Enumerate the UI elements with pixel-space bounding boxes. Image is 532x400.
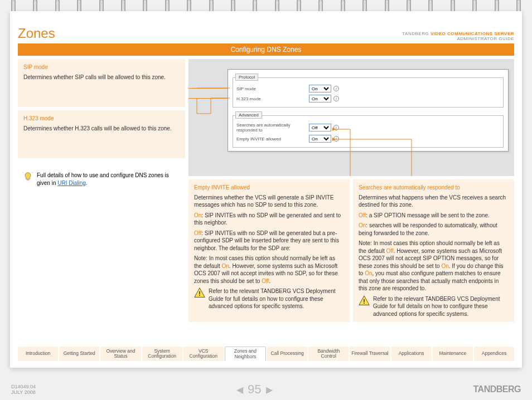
- tab-overview-and-status[interactable]: Overview and Status: [100, 347, 141, 361]
- page: Zones TANDBERG VIDEO COMMUNICATIONS SERV…: [10, 11, 522, 368]
- empty-invite-box: Empty INVITE allowed Determines whether …: [188, 179, 350, 322]
- section-title-bar: Configuring DNS Zones: [18, 43, 514, 56]
- lightbulb-icon: [22, 172, 33, 183]
- empty-invite-select[interactable]: On: [309, 135, 331, 143]
- page-number: 95: [248, 382, 261, 397]
- nav-tabs: IntroductionGetting StartedOverview and …: [18, 347, 514, 361]
- field-row-searches: Searches are automatically responded to …: [236, 123, 500, 133]
- config-screenshot: Protocol SIP mode On i H.323 mode On i: [188, 59, 514, 176]
- svg-rect-0: [27, 179, 30, 181]
- searches-select[interactable]: Off: [309, 124, 331, 131]
- doc-info: D14049.04 JULY 2008: [11, 384, 36, 395]
- warning-icon: !: [194, 287, 205, 297]
- next-page-arrow[interactable]: ▶: [266, 384, 273, 395]
- tab-maintenance[interactable]: Maintenance: [433, 347, 473, 361]
- tip-box: Full details of how to use and configure…: [18, 168, 185, 190]
- footer: D14049.04 JULY 2008 ◀ 95 ▶ TANDBERG: [11, 382, 521, 397]
- prev-page-arrow[interactable]: ◀: [236, 384, 243, 395]
- tab-getting-started[interactable]: Getting Started: [59, 347, 99, 361]
- warn-row: ! Refer to the relevant TANDBERG VCS Dep…: [359, 295, 509, 318]
- brand-logo: TANDBERG: [473, 384, 521, 394]
- tab-introduction[interactable]: Introduction: [18, 347, 58, 361]
- info-icon[interactable]: i: [333, 136, 339, 142]
- spiral-binding: [0, 0, 532, 12]
- sip-mode-text: Determines whether SIP calls will be all…: [23, 74, 180, 81]
- protocol-legend: Protocol: [235, 74, 258, 81]
- svg-text:!: !: [199, 290, 201, 297]
- warning-icon: !: [359, 295, 370, 305]
- advanced-legend: Advanced: [235, 111, 262, 119]
- field-row-h323: H.323 mode On i: [236, 95, 500, 103]
- right-column: Protocol SIP mode On i H.323 mode On i: [188, 59, 514, 322]
- field-row-sip: SIP mode On i: [236, 85, 500, 92]
- sip-mode-select[interactable]: On: [309, 85, 331, 92]
- tab-vcs-configuration[interactable]: VCS Configuration: [183, 347, 224, 361]
- sip-mode-heading: SIP mode: [23, 64, 180, 71]
- tab-zones-and-neighbors[interactable]: Zones and Neighbors: [225, 347, 266, 361]
- tab-call-processing[interactable]: Call Processing: [267, 347, 307, 361]
- field-row-empty-invite: Empty INVITE allowed On i: [236, 135, 500, 143]
- empty-invite-heading: Empty INVITE allowed: [194, 184, 344, 192]
- svg-line-3: [32, 172, 33, 173]
- info-icon[interactable]: i: [333, 86, 339, 91]
- page-nav: ◀ 95 ▶: [236, 382, 272, 397]
- svg-text:!: !: [363, 297, 365, 304]
- tab-firewall-traversal[interactable]: Firewall Traversal: [350, 347, 390, 361]
- h323-mode-text: Determines whether H.323 calls will be a…: [23, 125, 180, 133]
- app-window: Protocol SIP mode On i H.323 mode On i: [228, 69, 509, 152]
- uri-dialing-link[interactable]: URI Dialing: [57, 180, 86, 186]
- tab-system-configuration[interactable]: System Configuration: [142, 347, 182, 361]
- h323-mode-select[interactable]: On: [309, 95, 331, 103]
- searches-heading: Searches are automatically responded to: [359, 184, 509, 192]
- svg-line-2: [23, 172, 24, 173]
- tab-applications[interactable]: Applications: [391, 347, 432, 361]
- h323-mode-heading: H.323 mode: [23, 115, 180, 123]
- advanced-fieldset: Advanced Searches are automatically resp…: [233, 115, 504, 148]
- tab-appendices[interactable]: Appendices: [474, 347, 514, 361]
- info-icon[interactable]: i: [333, 96, 339, 101]
- product-id: TANDBERG VIDEO COMMUNICATIONS SERVER ADM…: [402, 31, 514, 41]
- header: Zones TANDBERG VIDEO COMMUNICATIONS SERV…: [10, 11, 522, 43]
- page-title: Zones: [18, 26, 55, 41]
- lower-detail-boxes: Empty INVITE allowed Determines whether …: [188, 179, 514, 322]
- searches-box: Searches are automatically responded to …: [353, 179, 514, 322]
- content: SIP mode Determines whether SIP calls wi…: [10, 56, 522, 322]
- warn-row: ! Refer to the relevant TANDBERG VCS Dep…: [194, 287, 344, 310]
- info-icon[interactable]: i: [333, 125, 339, 130]
- tip-text: Full details of how to use and configure…: [37, 172, 181, 187]
- tab-bandwidth-control[interactable]: Bandwidth Control: [308, 347, 349, 361]
- sip-mode-box: SIP mode Determines whether SIP calls wi…: [18, 59, 185, 107]
- h323-mode-box: H.323 mode Determines whether H.323 call…: [18, 110, 185, 158]
- left-column: SIP mode Determines whether SIP calls wi…: [18, 59, 185, 322]
- protocol-fieldset: Protocol SIP mode On i H.323 mode On i: [233, 77, 504, 108]
